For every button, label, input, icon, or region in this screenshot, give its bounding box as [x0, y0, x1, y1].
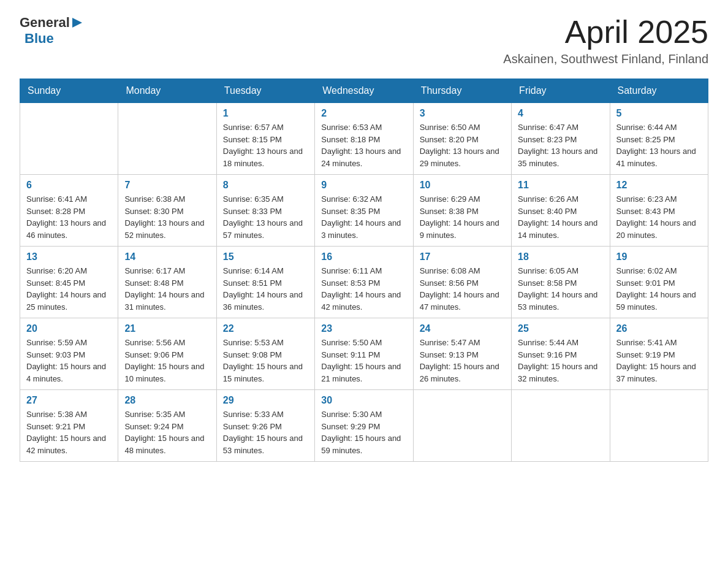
page-header: General Blue April 2025 Askainen, Southw…	[20, 15, 708, 66]
calendar-week-2: 6Sunrise: 6:41 AMSunset: 8:28 PMDaylight…	[20, 175, 708, 247]
calendar-cell: 17Sunrise: 6:08 AMSunset: 8:56 PMDayligh…	[413, 247, 511, 318]
calendar-subtitle: Askainen, Southwest Finland, Finland	[503, 52, 708, 66]
day-info: Sunrise: 6:53 AMSunset: 8:18 PMDaylight:…	[321, 121, 406, 169]
day-info: Sunrise: 5:59 AMSunset: 9:03 PMDaylight:…	[26, 337, 112, 385]
logo: General Blue	[20, 15, 83, 47]
calendar-cell: 23Sunrise: 5:50 AMSunset: 9:11 PMDayligh…	[315, 318, 413, 390]
day-number: 30	[321, 395, 406, 406]
calendar-cell: 16Sunrise: 6:11 AMSunset: 8:53 PMDayligh…	[315, 247, 413, 318]
day-number: 28	[124, 395, 210, 406]
calendar-cell	[20, 103, 118, 175]
day-number: 1	[223, 108, 308, 119]
day-info: Sunrise: 6:32 AMSunset: 8:35 PMDaylight:…	[321, 193, 406, 241]
calendar-cell: 4Sunrise: 6:47 AMSunset: 8:23 PMDaylight…	[512, 103, 610, 175]
day-number: 2	[321, 108, 406, 119]
day-info: Sunrise: 5:47 AMSunset: 9:13 PMDaylight:…	[420, 337, 505, 385]
day-info: Sunrise: 6:57 AMSunset: 8:15 PMDaylight:…	[223, 121, 308, 169]
day-info: Sunrise: 5:53 AMSunset: 9:08 PMDaylight:…	[223, 337, 308, 385]
calendar-week-5: 27Sunrise: 5:38 AMSunset: 9:21 PMDayligh…	[20, 390, 708, 462]
calendar-cell: 19Sunrise: 6:02 AMSunset: 9:01 PMDayligh…	[610, 247, 708, 318]
calendar-cell: 22Sunrise: 5:53 AMSunset: 9:08 PMDayligh…	[216, 318, 314, 390]
day-info: Sunrise: 6:44 AMSunset: 8:25 PMDaylight:…	[616, 121, 702, 169]
calendar-cell: 21Sunrise: 5:56 AMSunset: 9:06 PMDayligh…	[118, 318, 216, 390]
day-info: Sunrise: 6:08 AMSunset: 8:56 PMDaylight:…	[420, 265, 505, 313]
day-info: Sunrise: 6:47 AMSunset: 8:23 PMDaylight:…	[518, 121, 603, 169]
weekday-header-thursday: Thursday	[413, 79, 511, 103]
day-number: 16	[321, 251, 406, 262]
weekday-header-sunday: Sunday	[20, 79, 118, 103]
calendar-cell: 11Sunrise: 6:26 AMSunset: 8:40 PMDayligh…	[512, 175, 610, 247]
day-info: Sunrise: 5:35 AMSunset: 9:24 PMDaylight:…	[124, 408, 210, 456]
logo-general-text: General	[20, 15, 70, 31]
day-info: Sunrise: 6:14 AMSunset: 8:51 PMDaylight:…	[223, 265, 308, 313]
day-number: 4	[518, 108, 603, 119]
day-number: 29	[223, 395, 308, 406]
calendar-cell	[610, 390, 708, 462]
weekday-header-tuesday: Tuesday	[216, 79, 314, 103]
calendar-cell	[118, 103, 216, 175]
calendar-week-1: 1Sunrise: 6:57 AMSunset: 8:15 PMDaylight…	[20, 103, 708, 175]
day-number: 10	[420, 180, 505, 191]
day-number: 15	[223, 251, 308, 262]
calendar-cell	[413, 390, 511, 462]
day-info: Sunrise: 6:35 AMSunset: 8:33 PMDaylight:…	[223, 193, 308, 241]
day-number: 3	[420, 108, 505, 119]
day-info: Sunrise: 6:26 AMSunset: 8:40 PMDaylight:…	[518, 193, 603, 241]
calendar-cell: 9Sunrise: 6:32 AMSunset: 8:35 PMDaylight…	[315, 175, 413, 247]
day-number: 20	[26, 323, 112, 334]
calendar-cell: 1Sunrise: 6:57 AMSunset: 8:15 PMDaylight…	[216, 103, 314, 175]
day-info: Sunrise: 5:56 AMSunset: 9:06 PMDaylight:…	[124, 337, 210, 385]
day-number: 12	[616, 180, 702, 191]
day-number: 18	[518, 251, 603, 262]
calendar-cell: 27Sunrise: 5:38 AMSunset: 9:21 PMDayligh…	[20, 390, 118, 462]
day-info: Sunrise: 5:41 AMSunset: 9:19 PMDaylight:…	[616, 337, 702, 385]
day-info: Sunrise: 5:44 AMSunset: 9:16 PMDaylight:…	[518, 337, 603, 385]
calendar-cell: 26Sunrise: 5:41 AMSunset: 9:19 PMDayligh…	[610, 318, 708, 390]
weekday-header-wednesday: Wednesday	[315, 79, 413, 103]
weekday-header-row: SundayMondayTuesdayWednesdayThursdayFrid…	[20, 79, 708, 103]
day-number: 22	[223, 323, 308, 334]
calendar-cell: 7Sunrise: 6:38 AMSunset: 8:30 PMDaylight…	[118, 175, 216, 247]
title-section: April 2025 Askainen, Southwest Finland, …	[503, 15, 708, 66]
calendar-cell: 30Sunrise: 5:30 AMSunset: 9:29 PMDayligh…	[315, 390, 413, 462]
day-number: 25	[518, 323, 603, 334]
day-number: 5	[616, 108, 702, 119]
weekday-header-friday: Friday	[512, 79, 610, 103]
calendar-cell: 14Sunrise: 6:17 AMSunset: 8:48 PMDayligh…	[118, 247, 216, 318]
calendar-cell: 3Sunrise: 6:50 AMSunset: 8:20 PMDaylight…	[413, 103, 511, 175]
day-number: 23	[321, 323, 406, 334]
calendar-cell: 20Sunrise: 5:59 AMSunset: 9:03 PMDayligh…	[20, 318, 118, 390]
weekday-header-monday: Monday	[118, 79, 216, 103]
day-info: Sunrise: 6:02 AMSunset: 9:01 PMDaylight:…	[616, 265, 702, 313]
day-number: 6	[26, 180, 112, 191]
calendar-cell: 15Sunrise: 6:14 AMSunset: 8:51 PMDayligh…	[216, 247, 314, 318]
weekday-header-saturday: Saturday	[610, 79, 708, 103]
day-info: Sunrise: 6:50 AMSunset: 8:20 PMDaylight:…	[420, 121, 505, 169]
day-info: Sunrise: 5:30 AMSunset: 9:29 PMDaylight:…	[321, 408, 406, 456]
calendar-cell: 10Sunrise: 6:29 AMSunset: 8:38 PMDayligh…	[413, 175, 511, 247]
calendar-cell: 6Sunrise: 6:41 AMSunset: 8:28 PMDaylight…	[20, 175, 118, 247]
day-info: Sunrise: 6:23 AMSunset: 8:43 PMDaylight:…	[616, 193, 702, 241]
day-info: Sunrise: 5:38 AMSunset: 9:21 PMDaylight:…	[26, 408, 112, 456]
calendar-table: SundayMondayTuesdayWednesdayThursdayFrid…	[20, 79, 708, 462]
calendar-cell: 25Sunrise: 5:44 AMSunset: 9:16 PMDayligh…	[512, 318, 610, 390]
calendar-week-3: 13Sunrise: 6:20 AMSunset: 8:45 PMDayligh…	[20, 247, 708, 318]
day-number: 21	[124, 323, 210, 334]
day-number: 14	[124, 251, 210, 262]
day-number: 11	[518, 180, 603, 191]
day-number: 8	[223, 180, 308, 191]
calendar-cell: 18Sunrise: 6:05 AMSunset: 8:58 PMDayligh…	[512, 247, 610, 318]
day-info: Sunrise: 6:20 AMSunset: 8:45 PMDaylight:…	[26, 265, 112, 313]
calendar-cell: 8Sunrise: 6:35 AMSunset: 8:33 PMDaylight…	[216, 175, 314, 247]
logo-blue-text: Blue	[25, 31, 54, 47]
day-info: Sunrise: 6:41 AMSunset: 8:28 PMDaylight:…	[26, 193, 112, 241]
logo-flag-icon	[71, 17, 83, 29]
calendar-cell: 13Sunrise: 6:20 AMSunset: 8:45 PMDayligh…	[20, 247, 118, 318]
day-info: Sunrise: 6:05 AMSunset: 8:58 PMDaylight:…	[518, 265, 603, 313]
day-info: Sunrise: 6:11 AMSunset: 8:53 PMDaylight:…	[321, 265, 406, 313]
calendar-cell: 5Sunrise: 6:44 AMSunset: 8:25 PMDaylight…	[610, 103, 708, 175]
day-info: Sunrise: 6:17 AMSunset: 8:48 PMDaylight:…	[124, 265, 210, 313]
day-number: 13	[26, 251, 112, 262]
day-info: Sunrise: 5:50 AMSunset: 9:11 PMDaylight:…	[321, 337, 406, 385]
calendar-cell: 12Sunrise: 6:23 AMSunset: 8:43 PMDayligh…	[610, 175, 708, 247]
